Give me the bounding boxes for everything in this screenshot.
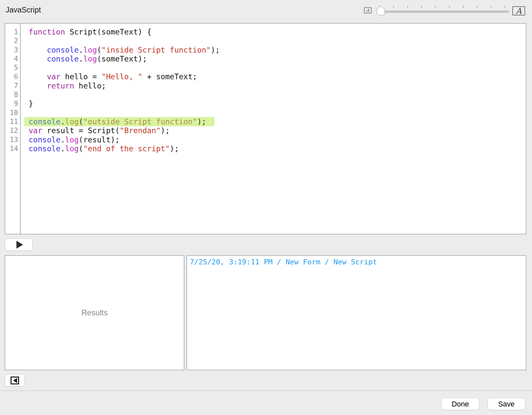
code-token: "inside Script function" bbox=[102, 46, 211, 54]
code-token: + someText; bbox=[142, 72, 197, 81]
code-token: . bbox=[60, 135, 65, 144]
code-text: console.log(someText); bbox=[29, 55, 147, 63]
code-line[interactable]: } bbox=[29, 99, 526, 108]
slider-tick bbox=[505, 6, 505, 8]
code-token: . bbox=[60, 117, 65, 126]
code-line[interactable] bbox=[29, 63, 526, 72]
line-number: 7 bbox=[5, 82, 20, 90]
code-token: log bbox=[83, 55, 97, 63]
code-token: "end of the script" bbox=[83, 144, 170, 153]
code-text: function Script(someText) { bbox=[29, 28, 152, 36]
line-number: 6 bbox=[5, 72, 20, 81]
line-number: 12 bbox=[5, 126, 20, 135]
left-triangle-icon bbox=[13, 378, 17, 383]
code-line[interactable]: console.log("outside Script function"); bbox=[29, 117, 526, 126]
code-line[interactable]: console.log("end of the script"); bbox=[29, 144, 526, 153]
code-text: var hello = "Hello, " + someText; bbox=[29, 72, 197, 81]
console-log-line: 7/25/20, 3:19:11 PM / New Form / New Scr… bbox=[190, 257, 523, 267]
code-text: return hello; bbox=[29, 82, 106, 90]
code-line[interactable] bbox=[29, 90, 526, 99]
code-token: ); bbox=[161, 126, 170, 135]
line-number: 8 bbox=[5, 90, 20, 99]
code-token: log bbox=[83, 46, 97, 54]
code-token: console bbox=[47, 55, 79, 63]
small-font-icon: A bbox=[364, 7, 372, 13]
code-line[interactable]: console.log(someText); bbox=[29, 55, 526, 63]
done-button[interactable]: Done bbox=[441, 398, 479, 410]
code-token: console bbox=[29, 135, 60, 144]
line-number: 5 bbox=[5, 63, 20, 72]
large-font-label: A bbox=[516, 6, 521, 16]
code-token: log bbox=[65, 144, 79, 153]
code-line[interactable] bbox=[29, 37, 526, 45]
line-number: 14 bbox=[5, 144, 20, 153]
code-token: function bbox=[29, 28, 65, 36]
code-text: console.log("end of the script"); bbox=[29, 144, 179, 153]
code-token: log bbox=[65, 135, 79, 144]
font-size-slider-thumb[interactable] bbox=[376, 6, 385, 15]
code-token: ); bbox=[211, 46, 220, 54]
slider-tick bbox=[449, 6, 450, 8]
code-token: ); bbox=[197, 117, 206, 126]
slider-tick bbox=[491, 6, 492, 8]
line-number: 13 bbox=[5, 135, 20, 144]
small-font-label: A bbox=[366, 8, 369, 13]
code-token: ( bbox=[97, 46, 102, 54]
code-token: "Hello, " bbox=[102, 72, 143, 81]
code-token: return bbox=[47, 82, 74, 90]
code-token: console bbox=[29, 117, 60, 126]
code-editor[interactable]: 1234567891011121314 function Script(some… bbox=[5, 23, 526, 234]
line-number: 2 bbox=[5, 37, 20, 45]
footer-divider bbox=[0, 390, 532, 391]
slider-tick bbox=[463, 6, 464, 8]
code-token: (result); bbox=[79, 135, 120, 144]
font-size-slider-track[interactable] bbox=[377, 11, 509, 13]
slider-tick bbox=[477, 6, 477, 8]
run-script-button[interactable] bbox=[5, 238, 33, 251]
code-token: var bbox=[47, 72, 60, 81]
code-line[interactable]: var hello = "Hello, " + someText; bbox=[29, 72, 526, 81]
code-text: } bbox=[29, 99, 33, 108]
code-token: ( bbox=[79, 144, 83, 153]
code-token: ); bbox=[170, 144, 179, 153]
line-number: 10 bbox=[5, 109, 20, 117]
page-title: JavaScript bbox=[6, 6, 41, 14]
save-button[interactable]: Save bbox=[488, 398, 525, 410]
line-number: 3 bbox=[5, 46, 20, 55]
code-token: console bbox=[29, 144, 60, 153]
code-token bbox=[29, 46, 47, 54]
code-text: var result = Script("Brendan"); bbox=[29, 126, 170, 135]
code-token: hello; bbox=[74, 82, 106, 90]
code-line[interactable]: var result = Script("Brendan"); bbox=[29, 126, 526, 135]
code-token: . bbox=[60, 144, 65, 153]
code-lines[interactable]: function Script(someText) { console.log(… bbox=[21, 24, 526, 234]
results-placeholder-label: Results bbox=[81, 308, 108, 317]
slider-tick bbox=[393, 6, 394, 8]
code-line[interactable] bbox=[29, 109, 526, 117]
code-line[interactable]: return hello; bbox=[29, 82, 526, 90]
slider-tick bbox=[407, 6, 408, 8]
code-token: console bbox=[47, 46, 79, 54]
slider-tick bbox=[435, 6, 436, 8]
font-size-slider-ticks bbox=[379, 6, 505, 8]
console-output-panel[interactable]: 7/25/20, 3:19:11 PM / New Form / New Scr… bbox=[186, 255, 526, 370]
line-number: 4 bbox=[5, 55, 20, 63]
code-line[interactable]: function Script(someText) { bbox=[29, 28, 526, 37]
code-token: Script(someText) { bbox=[65, 28, 152, 36]
code-token bbox=[29, 55, 47, 63]
code-token: ( bbox=[79, 117, 83, 126]
code-token: log bbox=[65, 117, 79, 126]
code-token: } bbox=[29, 99, 33, 108]
code-token bbox=[29, 72, 47, 81]
collapse-panel-icon bbox=[11, 377, 19, 384]
highlighted-code-text: console.log("outside Script function"); bbox=[24, 117, 214, 126]
code-token: "outside Script function" bbox=[83, 117, 197, 126]
code-line[interactable]: console.log("inside Script function"); bbox=[29, 46, 526, 55]
code-token: "Brendan" bbox=[120, 126, 161, 135]
collapse-panel-button[interactable] bbox=[5, 374, 25, 386]
line-number: 11 bbox=[5, 117, 20, 126]
line-number-gutter: 1234567891011121314 bbox=[5, 24, 21, 234]
code-line[interactable]: console.log(result); bbox=[29, 135, 526, 144]
code-text: console.log("inside Script function"); bbox=[29, 46, 220, 54]
code-token: hello = bbox=[60, 72, 102, 81]
